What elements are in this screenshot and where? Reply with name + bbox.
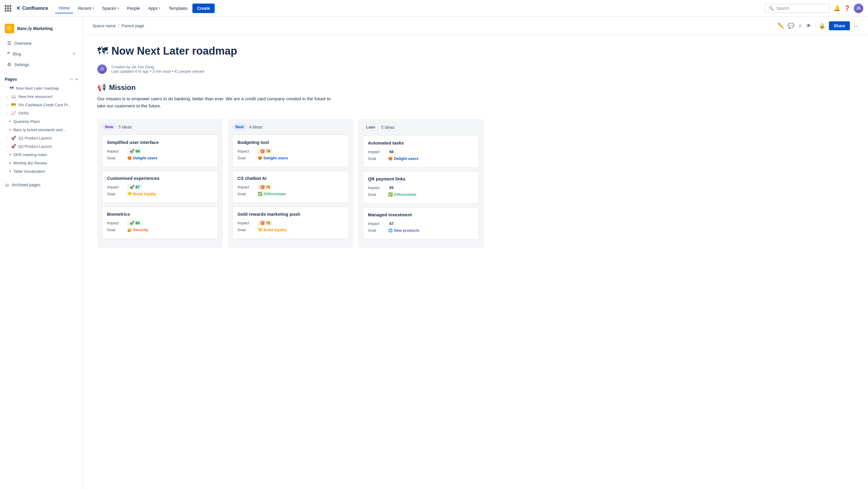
- impact-icon: 🎯: [260, 185, 265, 189]
- sidebar-page-brand-standards[interactable]: • Banc.ly brand standards and...: [2, 125, 80, 134]
- blog-icon: ❝: [7, 51, 10, 57]
- impact-value: 75: [266, 221, 270, 225]
- sidebar-item-blog[interactable]: ❝ Blog +: [2, 48, 80, 59]
- chevron-right-icon: ›: [7, 95, 8, 98]
- author-avatar-image: JS: [97, 64, 107, 74]
- card-impact-row: Impact 🚀 98: [107, 148, 213, 154]
- impact-label: Impact: [368, 221, 386, 226]
- sidebar-page-q1-launch[interactable]: › 🚀 Q1 Product Launch: [2, 134, 80, 142]
- impact-label: Impact: [238, 149, 255, 153]
- card-impact-row: Impact 56: [368, 149, 474, 154]
- edit-icon[interactable]: ✏️: [778, 23, 784, 29]
- notifications-icon[interactable]: 🔔: [834, 5, 840, 11]
- card-title: Gold rewards marketing push: [238, 211, 344, 217]
- page-icon: •: [9, 119, 11, 124]
- apps-grid-icon[interactable]: [5, 5, 11, 11]
- goal-tag: 😍 Delight users: [127, 156, 157, 160]
- impact-label: Impact: [368, 149, 386, 154]
- app-layout: 🟡 Banc.ly Marketing ☰ Overview ❝ Blog + …: [0, 0, 868, 489]
- impact-icon: 🎯: [260, 221, 265, 225]
- goal-label: Goal: [238, 192, 255, 196]
- sidebar-page-table-viz[interactable]: • Table Visualization: [2, 167, 80, 175]
- page-icon: •: [9, 169, 11, 174]
- sidebar-page-monthly-biz[interactable]: • Monthly Biz Review: [2, 159, 80, 167]
- sidebar-archived-pages[interactable]: 🗂 Archived pages: [0, 180, 83, 190]
- mission-text: Our mission is to empower users to do ba…: [97, 95, 334, 110]
- space-header[interactable]: 🟡 Banc.ly Marketing: [0, 21, 83, 38]
- goal-value: Differentiate: [394, 192, 416, 197]
- sidebar-page-okrs[interactable]: › 📈 OKRs: [2, 109, 80, 117]
- sidebar-page-quarterly-plans[interactable]: • Quarterly Plans: [2, 117, 80, 125]
- card-biometrics[interactable]: Biometrics Impact 🚀 80 Goal 🔐: [102, 206, 218, 239]
- watch-icon[interactable]: 👁: [806, 23, 811, 29]
- sidebar-page-q2-launch[interactable]: › 🚀 Q2 Product Launch: [2, 142, 80, 150]
- more-options-icon[interactable]: ···: [854, 23, 859, 29]
- nav-spaces[interactable]: Spaces ▾: [99, 4, 122, 13]
- impact-badge: 56: [388, 149, 395, 154]
- goal-tag: 💛 Build loyalty: [258, 228, 286, 232]
- share-button[interactable]: Share: [829, 21, 850, 30]
- help-icon[interactable]: ❓: [844, 5, 850, 11]
- confluence-logo[interactable]: ✕ Confluence: [16, 5, 48, 11]
- column-header-next: Next 4 ideas: [232, 124, 349, 130]
- card-managed-investment[interactable]: Managed investment Impact 47 Goal 🌐 New: [363, 207, 479, 239]
- avatar-image: JS: [854, 4, 863, 13]
- card-title: Simplified user interface: [107, 140, 213, 145]
- goal-icon: 😍: [258, 156, 262, 160]
- confluence-x-icon: ✕: [16, 5, 21, 11]
- impact-label: Impact: [107, 221, 125, 225]
- pages-more-icon[interactable]: ···: [70, 77, 73, 82]
- sidebar-page-cashback[interactable]: › 💳 5% Cashback Credit Card Pr...: [2, 100, 80, 109]
- card-impact-row: Impact 🚀 80: [107, 220, 213, 226]
- search-box[interactable]: 🔍 Search: [765, 4, 830, 13]
- goal-label: Goal: [368, 156, 386, 161]
- star-icon[interactable]: ☆: [798, 23, 803, 29]
- card-customised-experiences[interactable]: Customised experiences Impact 🚀 97 Goal: [102, 171, 218, 203]
- page-title: Now Next Later roadmap: [112, 45, 237, 57]
- card-simplified-ui[interactable]: Simplified user interface Impact 🚀 98 Go…: [102, 135, 218, 167]
- settings-icon: ⚙: [7, 62, 11, 67]
- nav-home[interactable]: Home: [55, 3, 73, 13]
- nav-recent[interactable]: Recent ▾: [74, 4, 97, 13]
- pages-section: Pages ··· + 🗺 Now Next Later roadmap › 📖…: [0, 75, 83, 175]
- sidebar-page-new-hire[interactable]: › 📖 New hire resources!: [2, 92, 80, 100]
- card-gold-rewards[interactable]: Gold rewards marketing push Impact 🎯 75 …: [232, 206, 349, 239]
- column-header-now: Now 5 ideas: [102, 124, 218, 130]
- sidebar-page-now-next-later[interactable]: 🗺 Now Next Later roadmap: [2, 84, 80, 92]
- sidebar-item-settings[interactable]: ⚙ Settings: [2, 59, 80, 70]
- main-navigation: Home Recent ▾ Spaces ▾ People Apps ▾ Tem…: [55, 3, 763, 13]
- user-avatar[interactable]: JS: [854, 4, 863, 13]
- impact-badge: 🎯 75: [258, 220, 273, 226]
- card-qr-payment[interactable]: QR payment links Impact 55 Goal ✅ Differ: [363, 171, 479, 204]
- sidebar-item-overview[interactable]: ☰ Overview: [2, 38, 80, 48]
- author-name: Created by Jie Yan Song: [112, 65, 204, 69]
- goal-value: Build loyalty: [133, 192, 156, 196]
- card-automated-tasks[interactable]: Automated tasks Impact 56 Goal 😍 Deligh: [363, 135, 479, 168]
- goal-value: Security: [133, 228, 148, 232]
- page-icon: 🚀: [11, 136, 16, 140]
- page-icon: 📈: [11, 111, 16, 115]
- pages-add-icon[interactable]: +: [75, 77, 78, 82]
- goal-tag: 😍 Delight users: [388, 156, 418, 161]
- breadcrumb-separator: /: [118, 24, 120, 28]
- nav-templates[interactable]: Templates: [165, 4, 191, 13]
- page-title-icon: 🗺: [97, 45, 108, 57]
- sidebar-page-okr-notes[interactable]: • OKR meeting notes: [2, 150, 80, 159]
- page-meta: JS Created by Jie Yan Song Last updated …: [97, 64, 484, 74]
- nav-apps[interactable]: Apps ▾: [145, 4, 164, 13]
- breadcrumb-parent[interactable]: Parent page: [122, 24, 144, 28]
- create-button[interactable]: Create: [192, 4, 215, 13]
- breadcrumb-space[interactable]: Space name: [92, 24, 116, 28]
- goal-icon: ✅: [388, 192, 393, 197]
- nav-people[interactable]: People: [124, 4, 144, 13]
- impact-value: 97: [135, 185, 140, 189]
- lock-icon[interactable]: 🔒: [819, 23, 825, 29]
- goal-label: Goal: [107, 156, 125, 160]
- comment-icon[interactable]: 💬: [788, 23, 794, 29]
- goal-value: Build loyalty: [264, 228, 286, 232]
- blog-add-icon[interactable]: +: [72, 51, 75, 57]
- card-cs-chatbot[interactable]: CS chatbot AI Impact 🎯 76 Goal ✅: [232, 171, 349, 203]
- mission-section-title: 📢 Mission: [97, 83, 484, 92]
- roadmap-column-later: Later 5 ideas Automated tasks Impact 56: [358, 119, 484, 248]
- card-budgeting-tool[interactable]: Budgeting tool Impact 🎯 78 Goal 😍: [232, 135, 349, 167]
